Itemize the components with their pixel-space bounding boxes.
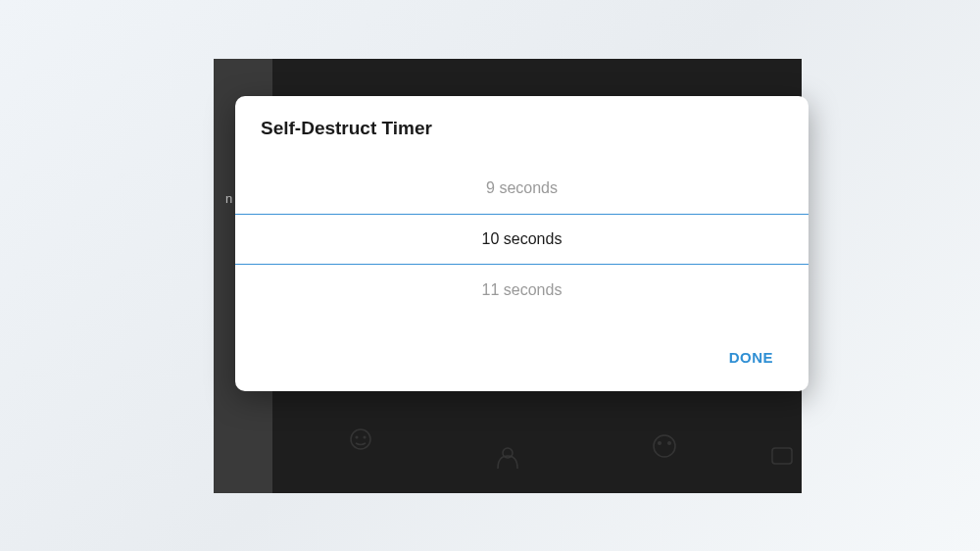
svg-point-4 <box>654 435 675 457</box>
timer-picker[interactable]: 9 seconds 10 seconds 11 seconds <box>235 163 808 316</box>
svg-rect-7 <box>772 448 792 464</box>
self-destruct-timer-dialog: Self-Destruct Timer 9 seconds 10 seconds… <box>235 96 808 391</box>
svg-point-5 <box>658 441 662 445</box>
picker-option-selected[interactable]: 10 seconds <box>235 214 808 265</box>
svg-point-0 <box>351 429 370 449</box>
doodle-icon <box>341 422 380 461</box>
svg-point-6 <box>667 441 671 445</box>
picker-option-next[interactable]: 11 seconds <box>235 265 808 316</box>
backdrop-text-fragment: n <box>225 191 232 206</box>
svg-point-2 <box>364 436 367 439</box>
done-button[interactable]: DONE <box>721 343 781 372</box>
picker-option-prev[interactable]: 9 seconds <box>235 163 808 214</box>
dialog-title: Self-Destruct Timer <box>235 96 808 153</box>
dialog-actions: DONE <box>235 316 808 391</box>
svg-point-1 <box>356 436 359 439</box>
doodle-icon <box>488 441 527 480</box>
doodle-icon <box>645 426 684 466</box>
doodle-icon <box>762 436 802 476</box>
